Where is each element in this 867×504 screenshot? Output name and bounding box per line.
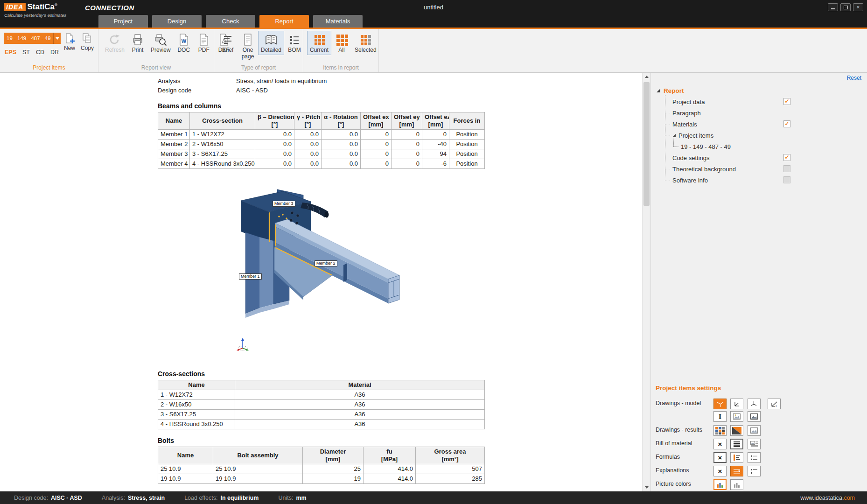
bolts-table: Name Bolt assembly Diameter[mm] fu[MPa] … — [158, 447, 485, 484]
detailed-button[interactable]: Detailed — [258, 31, 284, 55]
bolts-heading: Bolts — [158, 437, 484, 444]
explanations-none-icon[interactable]: × — [713, 466, 727, 476]
cell: 19 10.9 — [158, 474, 213, 484]
pdf-button[interactable]: PDF — [194, 31, 214, 55]
scroll-down-icon[interactable] — [643, 483, 650, 491]
group-label-type-of-report: Type of report — [214, 64, 303, 71]
new-document-icon — [63, 32, 76, 44]
cell: A36 — [235, 410, 485, 420]
refresh-button[interactable]: Refresh — [102, 31, 127, 55]
tree-item-materials[interactable]: Materials — [663, 119, 862, 130]
maximize-icon[interactable] — [840, 3, 851, 11]
tree-item-report[interactable]: Report — [657, 85, 862, 96]
close-icon[interactable]: × — [853, 3, 863, 11]
dropdown-arrow-icon[interactable] — [53, 33, 61, 44]
formulas-short-icon[interactable] — [730, 452, 743, 463]
checkbox-unchecked-icon[interactable] — [783, 176, 790, 183]
current-button[interactable]: Current — [307, 31, 331, 55]
formulas-none-icon[interactable]: × — [713, 452, 727, 463]
expander-icon[interactable] — [672, 134, 676, 137]
bom-picture-list-icon[interactable] — [748, 439, 761, 449]
expander-icon[interactable] — [657, 89, 660, 92]
cell: 0.0 — [294, 130, 322, 140]
copy-button[interactable]: Copy — [79, 32, 95, 51]
table-row: Member 4 4 - HSSRound 3x0.250 0.0 0.0 0.… — [158, 159, 485, 169]
minimize-icon[interactable] — [828, 3, 838, 11]
setting-row-drawings-model: Drawings - model z I — [656, 399, 864, 411]
mode-cd[interactable]: CD — [36, 49, 44, 56]
coordinate-axes-icon — [236, 337, 249, 351]
mode-eps[interactable]: EPS — [5, 49, 16, 56]
tree-item-project-items[interactable]: Project items — [663, 130, 862, 141]
doc-button[interactable]: W DOC — [174, 31, 194, 55]
report-info-row: Design codeAISC - ASD — [158, 87, 484, 96]
setting-row-picture-colors: Picture colors — [656, 479, 864, 491]
status-design-code: Design code:AISC - ASD — [14, 495, 82, 501]
model-view-top-icon[interactable] — [748, 399, 761, 409]
checkbox-unchecked-icon[interactable] — [783, 165, 790, 172]
mode-st[interactable]: ST — [22, 49, 30, 56]
cell: 0.0 — [322, 159, 361, 169]
explanations-on-icon[interactable] — [730, 466, 743, 476]
results-colored-grid-icon[interactable] — [713, 425, 727, 436]
bom-icon — [287, 33, 301, 47]
bom-list-icon[interactable] — [730, 439, 743, 449]
titlebar: IDEA StatiCa® Calculate yesterday's esti… — [0, 0, 867, 29]
tab-report[interactable]: Report — [259, 15, 309, 28]
brief-button[interactable]: Brief — [218, 31, 238, 55]
picture-icon[interactable] — [730, 411, 743, 422]
table-row: 4 - HSSRound 3x0.250A36 — [158, 420, 485, 429]
cell: 3 - S6X17.25 — [158, 410, 235, 420]
new-button[interactable]: New — [62, 32, 77, 51]
model-view-front-icon[interactable] — [730, 399, 743, 409]
results-picture-icon[interactable] — [748, 425, 761, 436]
tree-item-project-item-19-149-487-49[interactable]: 19 - 149 - 487 - 49 — [663, 141, 862, 152]
one-page-button[interactable]: One page — [238, 31, 258, 62]
status-units: Units:mm — [278, 495, 306, 501]
tree-item-software-info[interactable]: Software info — [663, 175, 862, 186]
col-header: Material — [235, 380, 485, 390]
tab-check[interactable]: Check — [206, 15, 255, 28]
model-axonometry-icon[interactable] — [713, 399, 727, 409]
refresh-icon — [108, 33, 122, 47]
tree-item-theoretical-background[interactable]: Theoretical background — [663, 163, 862, 175]
dimension-lines-icon[interactable]: I — [713, 411, 727, 422]
tab-project[interactable]: Project — [98, 15, 148, 28]
website-link[interactable]: www.ideastatica.com — [800, 495, 855, 501]
tree-item-code-settings[interactable]: Code settings — [663, 152, 862, 163]
print-button[interactable]: Print — [128, 31, 147, 55]
colors-chart-gray-icon[interactable] — [730, 479, 743, 490]
project-item-selector[interactable]: 19 - 149 - 487 - 49 — [4, 33, 61, 44]
all-button[interactable]: All — [332, 31, 351, 55]
project-item-modes: EPS ST CD DR — [5, 49, 59, 56]
model-view-iso-icon[interactable]: z — [768, 399, 781, 409]
formulas-full-icon[interactable] — [748, 452, 761, 463]
tab-materials[interactable]: Materials — [313, 15, 363, 28]
results-split-icon[interactable] — [730, 425, 743, 436]
checkbox-checked-icon[interactable] — [783, 98, 790, 105]
tree-item-project-data[interactable]: Project data — [663, 96, 862, 107]
cell: 0.0 — [255, 140, 294, 149]
bom-none-icon[interactable]: × — [713, 439, 727, 449]
checkbox-checked-icon[interactable] — [783, 154, 790, 161]
cell: 0 — [392, 149, 422, 159]
one-page-icon — [241, 33, 255, 47]
preview-button[interactable]: Preview — [148, 31, 174, 55]
report-scrollbar[interactable] — [642, 73, 650, 491]
selected-button[interactable]: Selected — [352, 31, 379, 55]
scroll-up-icon[interactable] — [643, 73, 650, 81]
cell: 0 — [361, 140, 392, 149]
current-icon — [312, 33, 326, 47]
tab-design[interactable]: Design — [152, 15, 202, 28]
checkbox-checked-icon[interactable] — [783, 120, 790, 127]
cell: -40 — [422, 140, 449, 149]
tree-item-paragraph[interactable]: Paragraph — [663, 107, 862, 119]
reset-link[interactable]: Reset — [847, 75, 861, 81]
bom-button[interactable]: BOM — [285, 31, 304, 55]
scrollbar-thumb[interactable] — [643, 82, 650, 206]
cell: Member 1 — [158, 130, 190, 140]
picture-large-icon[interactable] — [748, 411, 761, 422]
explanations-list-icon[interactable] — [748, 466, 761, 476]
mode-dr[interactable]: DR — [50, 49, 59, 56]
colors-chart-color-icon[interactable] — [713, 479, 727, 490]
